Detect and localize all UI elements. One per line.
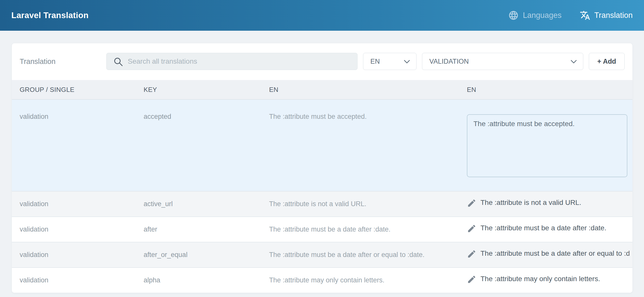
search-input[interactable] [106,53,358,70]
translation-card: Translation EN VALIDATION + Add GROUP / … [12,43,632,293]
translation-display[interactable]: The :attribute must be a date after or e… [467,248,629,261]
column-header-group: GROUP / SINGLE [12,80,136,99]
column-header-source-locale: EN [261,80,447,99]
translation-cell [447,99,632,191]
nav-link-translation[interactable]: Translation [580,10,633,21]
edit-pencil-icon[interactable] [467,223,476,236]
toolbar: Translation EN VALIDATION + Add [12,43,632,80]
translation-cell: The :attribute must be a date after :dat… [447,217,632,242]
group-select-value: VALIDATION [429,58,570,65]
translation-text: The :attribute must be a date after :dat… [480,223,606,233]
translation-text: The :attribute is not a valid URL. [480,198,581,208]
group-cell: validation [12,268,136,293]
chevron-down-icon [404,58,410,65]
group-cell: validation [12,191,136,217]
column-header-target-locale: EN [447,80,632,99]
nav-link-languages[interactable]: Languages [508,10,561,21]
table-row: validation accepted The :attribute must … [12,99,632,191]
add-button[interactable]: + Add [589,53,625,70]
group-cell: validation [12,242,136,268]
translation-display[interactable]: The :attribute is not a valid URL. [467,198,629,210]
globe-icon [508,10,519,21]
table-header-row: GROUP / SINGLE KEY EN EN [12,80,632,99]
key-cell: after [136,217,261,242]
search-field [106,53,358,70]
table-row: validation active_url The :attribute is … [12,191,632,217]
translation-cell: The :attribute may only contain letters. [447,268,632,293]
translation-text: The :attribute must be a date after or e… [480,248,629,258]
edit-pencil-icon[interactable] [467,274,476,287]
translation-cell: The :attribute is not a valid URL. [447,191,632,217]
translation-cell: The :attribute must be a date after or e… [447,242,632,268]
source-text-cell: The :attribute is not a valid URL. [261,191,447,217]
nav-links: Languages Translation [508,10,633,21]
key-cell: active_url [136,191,261,217]
navbar: Laravel Translation Languages Translatio… [0,0,644,31]
table-row: validation after The :attribute must be … [12,217,632,242]
language-select[interactable]: EN [363,53,416,70]
edit-pencil-icon[interactable] [467,248,476,261]
app-brand: Laravel Translation [11,11,89,20]
source-text-cell: The :attribute must be accepted. [261,99,447,191]
language-select-value: EN [370,58,404,65]
source-text-cell: The :attribute must be a date after :dat… [261,217,447,242]
group-cell: validation [12,217,136,242]
translation-display[interactable]: The :attribute may only contain letters. [467,274,629,287]
key-cell: after_or_equal [136,242,261,268]
nav-link-label: Languages [523,11,561,20]
source-text-cell: The :attribute must be a date after or e… [261,242,447,268]
table-row: validation after_or_equal The :attribute… [12,242,632,268]
page-title: Translation [20,57,101,66]
group-cell: validation [12,99,136,191]
source-text-cell: The :attribute may only contain letters. [261,268,447,293]
table-row: validation alpha The :attribute may only… [12,268,632,293]
translation-text: The :attribute may only contain letters. [480,274,600,284]
edit-pencil-icon[interactable] [467,198,476,210]
chevron-down-icon [570,58,577,65]
translations-table: GROUP / SINGLE KEY EN EN validation acce… [12,80,632,293]
column-header-key: KEY [136,80,261,99]
translation-editor[interactable] [467,114,627,177]
translation-display[interactable]: The :attribute must be a date after :dat… [467,223,629,236]
nav-link-label: Translation [594,11,633,20]
translate-icon [580,10,590,21]
group-select[interactable]: VALIDATION [422,53,583,70]
key-cell: alpha [136,268,261,293]
table-body: validation accepted The :attribute must … [12,99,632,293]
key-cell: accepted [136,99,261,191]
